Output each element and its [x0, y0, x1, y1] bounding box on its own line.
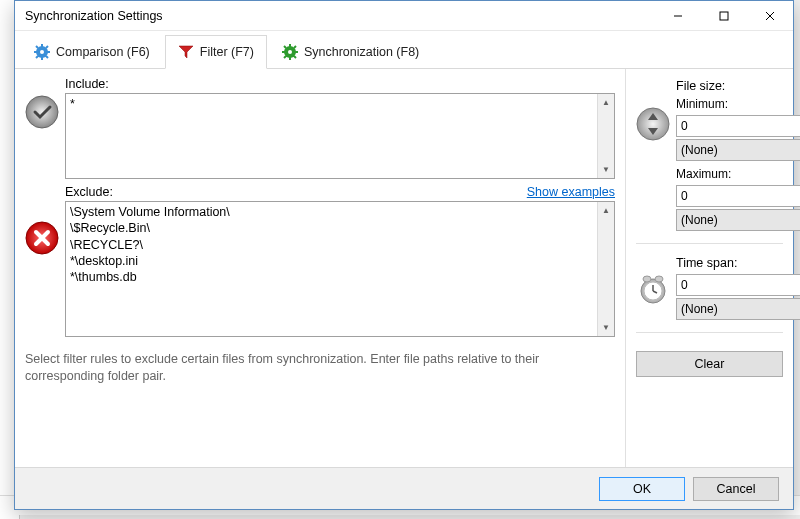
scroll-up-icon[interactable]: ▲: [598, 202, 614, 219]
svg-point-24: [26, 96, 58, 128]
maximize-button[interactable]: [701, 1, 747, 30]
svg-line-21: [294, 56, 296, 58]
filesize-max-label: Maximum:: [676, 167, 800, 181]
funnel-icon: [178, 44, 194, 60]
content-area: Include: ▲ ▼ Exclude:: [15, 69, 793, 467]
exclude-scrollbar[interactable]: ▲ ▼: [597, 202, 614, 336]
filesize-group: File size: Minimum: ▲▼ (None) ˇ Maximum:…: [636, 79, 783, 231]
exclude-label: Exclude:: [65, 185, 113, 199]
include-textarea[interactable]: [66, 94, 597, 178]
svg-point-34: [655, 276, 663, 282]
timespan-input[interactable]: [677, 275, 800, 295]
svg-line-11: [46, 56, 48, 58]
show-examples-link[interactable]: Show examples: [527, 185, 615, 199]
scroll-down-icon[interactable]: ▼: [598, 161, 614, 178]
window-title: Synchronization Settings: [25, 9, 655, 23]
include-scrollbar[interactable]: ▲ ▼: [597, 94, 614, 178]
filesize-arrows-icon: [636, 107, 670, 141]
include-row: Include: ▲ ▼: [25, 77, 615, 179]
filesize-min-unit-value: (None): [681, 143, 718, 157]
dialog-footer: OK Cancel: [15, 467, 793, 509]
filesize-min-spinner[interactable]: ▲▼: [676, 115, 800, 137]
tab-filter-label: Filter (F7): [200, 45, 254, 59]
svg-line-12: [36, 56, 38, 58]
scroll-down-icon[interactable]: ▼: [598, 319, 614, 336]
timespan-unit-combo[interactable]: (None) ˇ: [676, 298, 800, 320]
filesize-min-label: Minimum:: [676, 97, 800, 111]
filesize-max-unit-value: (None): [681, 213, 718, 227]
tab-synchronization[interactable]: Synchronization (F8): [269, 34, 432, 68]
filesize-max-unit-combo[interactable]: (None) ˇ: [676, 209, 800, 231]
svg-line-20: [284, 46, 286, 48]
left-column: Include: ▲ ▼ Exclude:: [15, 69, 625, 467]
timespan-title: Time span:: [676, 256, 800, 270]
filesize-max-input[interactable]: [677, 186, 800, 206]
gear-blue-icon: [34, 44, 50, 60]
exclude-row: Exclude: Show examples ▲ ▼: [25, 185, 615, 337]
ok-button[interactable]: OK: [599, 477, 685, 501]
scroll-up-icon[interactable]: ▲: [598, 94, 614, 111]
timespan-group: Time span: ▲▼ (None) ˇ: [636, 256, 783, 320]
tab-synchronization-label: Synchronization (F8): [304, 45, 419, 59]
titlebar: Synchronization Settings: [15, 1, 793, 31]
svg-line-23: [294, 46, 296, 48]
include-badge-icon: [25, 95, 59, 129]
clear-button[interactable]: Clear: [636, 351, 783, 377]
svg-line-13: [46, 46, 48, 48]
include-label: Include:: [65, 77, 615, 91]
filesize-min-input[interactable]: [677, 116, 800, 136]
synchronization-settings-dialog: Synchronization Settings Comparison (F6)…: [14, 0, 794, 510]
cancel-button[interactable]: Cancel: [693, 477, 779, 501]
help-text: Select filter rules to exclude certain f…: [25, 351, 615, 385]
right-column: File size: Minimum: ▲▼ (None) ˇ Maximum:…: [625, 69, 793, 467]
svg-point-5: [40, 50, 44, 54]
separator: [636, 332, 783, 333]
svg-line-22: [284, 56, 286, 58]
svg-point-15: [288, 50, 292, 54]
filesize-max-spinner[interactable]: ▲▼: [676, 185, 800, 207]
exclude-textarea[interactable]: [66, 202, 597, 336]
tab-filter[interactable]: Filter (F7): [165, 35, 267, 69]
tab-bar: Comparison (F6) Filter (F7) Synchronizat…: [15, 31, 793, 69]
close-button[interactable]: [747, 1, 793, 30]
svg-line-10: [36, 46, 38, 48]
tab-comparison-label: Comparison (F6): [56, 45, 150, 59]
svg-point-28: [637, 108, 669, 140]
separator: [636, 243, 783, 244]
gear-green-icon: [282, 44, 298, 60]
timespan-unit-value: (None): [681, 302, 718, 316]
tab-comparison[interactable]: Comparison (F6): [21, 34, 163, 68]
svg-point-33: [643, 276, 651, 282]
timespan-spinner[interactable]: ▲▼: [676, 274, 800, 296]
svg-rect-1: [720, 12, 728, 20]
filesize-min-unit-combo[interactable]: (None) ˇ: [676, 139, 800, 161]
clock-icon: [636, 272, 670, 306]
minimize-button[interactable]: [655, 1, 701, 30]
exclude-badge-icon: [25, 221, 59, 255]
filesize-title: File size:: [676, 79, 800, 93]
